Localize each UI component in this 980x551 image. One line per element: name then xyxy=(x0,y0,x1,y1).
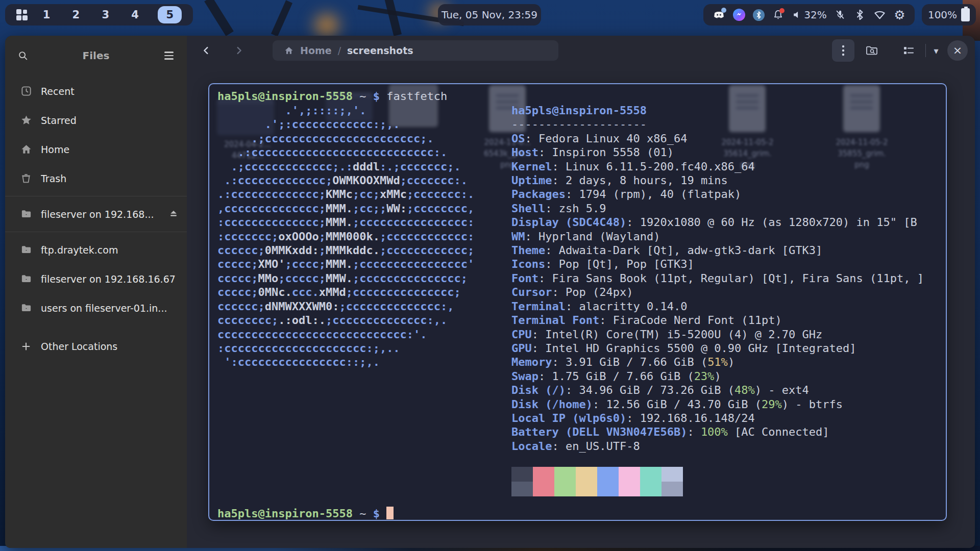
bluetooth-tray-icon[interactable] xyxy=(753,9,765,21)
sidebar-item-other-locations[interactable]: Other Locations xyxy=(5,332,187,361)
sidebar-item-starred[interactable]: Starred xyxy=(5,106,187,135)
forward-button[interactable] xyxy=(229,40,249,61)
fetch-row: GPU: Intel HD Graphics 5500 @ 0.90 GHz [… xyxy=(511,341,938,355)
folder-search-icon xyxy=(865,44,878,57)
workspace-1[interactable]: 1 xyxy=(40,9,53,21)
sidebar-item-fileserver-192-168[interactable]: fileserver on 192.168... xyxy=(5,199,187,229)
battery-level: 100% xyxy=(928,9,957,21)
fastfetch-info: ha5pls@inspiron-5558 -------------------… xyxy=(511,104,938,453)
notification-badge xyxy=(779,8,785,13)
wifi-icon[interactable] xyxy=(873,9,886,21)
fetch-title: ha5pls@inspiron-5558 xyxy=(511,104,938,117)
back-button[interactable] xyxy=(196,40,216,61)
topbar: 12345 Tue, 05 Nov, 23:59 32% xyxy=(0,0,980,30)
settings-gear-icon[interactable]: ⚙ xyxy=(894,9,905,21)
palette-cell-0-3 xyxy=(576,467,597,482)
breadcrumb-current: screenshots xyxy=(347,45,413,56)
palette-cell-0-1 xyxy=(533,467,554,482)
fetch-row: WM: Hyprland (Wayland) xyxy=(511,230,938,243)
fastfetch-logo: .',;::::;,'. .';:cccccccccccc:;,. .;cccc… xyxy=(217,104,511,453)
palette-cell-1-0 xyxy=(511,482,533,496)
app-launcher-icon[interactable] xyxy=(16,9,28,20)
workspace-3[interactable]: 3 xyxy=(99,9,112,21)
palette-cell-0-7 xyxy=(662,467,683,482)
breadcrumb-home[interactable]: Home xyxy=(300,45,332,56)
terminal-window[interactable]: 2024-04-2...44712...2024-11-0...6543k_gr… xyxy=(208,83,947,521)
fetch-row: Packages: 1794 (rpm), 40 (flatpak) xyxy=(511,187,938,201)
workspace-2[interactable]: 2 xyxy=(69,9,83,21)
clock-icon xyxy=(19,85,33,97)
palette-cell-1-7 xyxy=(662,482,683,496)
fetch-row: Memory: 3.91 GiB / 7.66 GiB (51%) xyxy=(511,355,938,369)
workspace-4[interactable]: 4 xyxy=(129,9,142,21)
volume-level: 32% xyxy=(804,9,826,21)
list-view-icon xyxy=(902,44,915,57)
fetch-row: Disk (/home): 12.56 GiB / 43.70 GiB (29%… xyxy=(511,397,938,411)
chevron-right-icon xyxy=(233,45,244,56)
menu-button[interactable] xyxy=(159,46,179,65)
sidebar-item-fileserver-192-168-16-67[interactable]: fileserver on 192.168.16.67 xyxy=(5,264,187,293)
clock-text: Tue, 05 Nov, 23:59 xyxy=(442,9,537,21)
terminal-color-palette xyxy=(511,467,938,496)
folder-icon xyxy=(19,273,33,285)
star-icon xyxy=(19,114,33,126)
search-icon xyxy=(17,50,29,61)
breadcrumb[interactable]: Home / screenshots xyxy=(273,40,558,61)
fetch-row: Terminal Font: FiraCode Nerd Font (11pt) xyxy=(511,313,938,327)
fetch-row: Locale: en_US.UTF-8 xyxy=(511,439,938,453)
discord-icon[interactable] xyxy=(713,9,725,21)
window-menu-button[interactable] xyxy=(832,39,854,62)
battery-icon xyxy=(961,8,970,21)
workspace-5[interactable]: 5 xyxy=(158,6,182,23)
fetch-row: Shell: zsh 5.9 xyxy=(511,202,938,215)
toolbar-divider xyxy=(925,44,926,57)
home-icon xyxy=(19,143,33,155)
desktop: 12345 Tue, 05 Nov, 23:59 32% xyxy=(0,0,980,551)
notification-bell-icon[interactable] xyxy=(772,9,784,21)
workspace-pill: 12345 xyxy=(5,4,193,26)
sidebar-divider xyxy=(5,232,187,232)
folder-icon xyxy=(19,244,33,256)
close-window-button[interactable]: × xyxy=(947,40,968,61)
kebab-menu-icon xyxy=(842,44,845,57)
search-button[interactable] xyxy=(13,46,33,65)
clock-widget[interactable]: Tue, 05 Nov, 23:59 xyxy=(438,4,541,26)
sidebar-item-users-fileserver-01[interactable]: users on fileserver-01.in... xyxy=(5,293,187,322)
prompt-path: ~ xyxy=(359,90,366,103)
fetch-row: Terminal: alacritty 0.14.0 xyxy=(511,299,938,313)
fetch-row: Local IP (wlp6s0): 192.168.16.148/24 xyxy=(511,411,938,425)
view-toggle-button[interactable] xyxy=(897,39,920,62)
sidebar-item-home[interactable]: Home xyxy=(5,135,187,164)
sidebar-item-recent[interactable]: Recent xyxy=(5,77,187,106)
battery-widget[interactable]: 100% xyxy=(922,4,976,26)
fetch-row: Display (SDC4C48): 980x551 @ 60 Hz (as… xyxy=(511,215,938,229)
trash-icon xyxy=(19,173,33,184)
fetch-row: Uptime: 2 days, 8 hours, 19 mins xyxy=(511,173,938,187)
volume-status[interactable]: 32% xyxy=(792,9,826,21)
files-header: Home / screenshots ▾ × xyxy=(187,36,975,65)
search-folder-button[interactable] xyxy=(861,39,883,62)
fetch-row: Host: Inspiron 5558 (01) xyxy=(511,145,938,159)
sidebar-item-trash[interactable]: Trash xyxy=(5,164,187,193)
messenger-icon[interactable] xyxy=(733,9,745,21)
palette-cell-0-5 xyxy=(619,467,640,482)
palette-cell-1-4 xyxy=(597,482,619,496)
eject-button[interactable] xyxy=(168,208,179,220)
microphone-muted-icon[interactable] xyxy=(835,9,846,21)
bluetooth-status-icon[interactable] xyxy=(854,9,866,21)
fetch-row: Cursor: Pop (24px) xyxy=(511,285,938,299)
fetch-row: Icons: Pop [Qt], Pop [GTK3] xyxy=(511,257,938,271)
palette-cell-0-4 xyxy=(597,467,619,482)
shell-prompt-line-2: ha5pls@inspiron-5558 ~ $ xyxy=(217,507,938,521)
sidebar-item-ftp-draytek[interactable]: ftp.draytek.com xyxy=(5,235,187,264)
folder-icon xyxy=(19,302,33,314)
fetch-row: Battery (DELL VN3N047E56B): 100% [AC Con… xyxy=(511,425,938,439)
command-text: fastfetch xyxy=(386,90,447,103)
palette-cell-1-3 xyxy=(576,482,597,496)
home-icon xyxy=(284,45,294,56)
palette-cell-1-2 xyxy=(554,482,576,496)
prompt-user: ha5pls@inspiron-5558 xyxy=(217,90,353,103)
terminal-cursor xyxy=(386,507,394,519)
workspaces: 12345 xyxy=(40,6,182,23)
view-options-dropdown[interactable]: ▾ xyxy=(927,39,945,62)
